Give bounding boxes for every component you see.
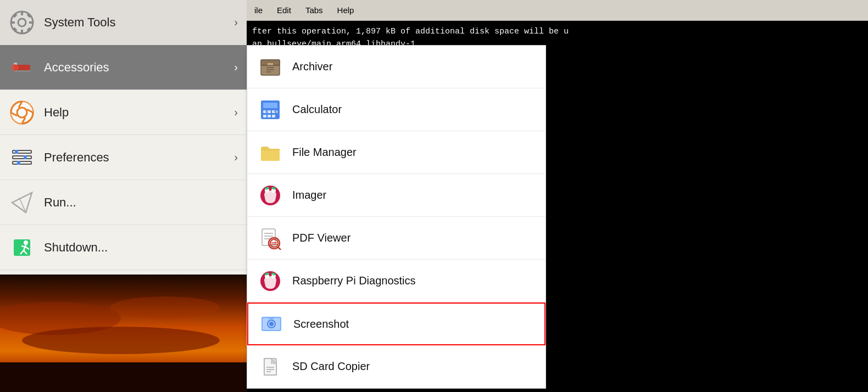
help-arrow: › [234, 106, 238, 119]
accessories-icon [9, 54, 35, 81]
accessories-label: Accessories [44, 60, 225, 75]
calculator-label: Calculator [292, 103, 342, 116]
screenshot-icon [259, 312, 283, 336]
svg-rect-9 [27, 13, 31, 18]
archiver-label: Archiver [292, 60, 332, 73]
imager-icon [258, 183, 282, 208]
menubar-tabs[interactable]: Tabs [303, 4, 325, 16]
svg-rect-60 [272, 115, 275, 117]
menubar-ile[interactable]: ile [252, 4, 265, 16]
svg-rect-8 [13, 27, 18, 31]
svg-rect-87 [269, 317, 274, 319]
file-manager-icon [258, 141, 282, 165]
svg-rect-48 [267, 63, 274, 65]
svg-line-75 [278, 247, 281, 250]
run-label: Run... [44, 195, 238, 210]
menubar-edit[interactable]: Edit [275, 4, 293, 16]
submenu-item-screenshot[interactable]: Screenshot [247, 303, 546, 345]
accessories-arrow: › [234, 61, 238, 74]
svg-rect-3 [21, 30, 23, 33]
svg-rect-28 [24, 155, 27, 159]
terminal-line-1: fter this operation, 1,897 kB of additio… [252, 25, 863, 38]
svg-rect-57 [276, 110, 277, 113]
svg-point-34 [24, 240, 28, 245]
svg-rect-6 [13, 13, 18, 18]
shutdown-icon [9, 234, 35, 261]
menu-item-run[interactable]: Run... [0, 180, 247, 225]
svg-rect-44 [0, 362, 247, 392]
help-label: Help [44, 105, 225, 120]
screenshot-label: Screenshot [293, 318, 349, 331]
menu-item-system-tools[interactable]: System Tools › [0, 0, 247, 45]
sd-card-copier-icon [258, 355, 282, 379]
submenu-item-rpi-diagnostics[interactable]: Raspberry Pi Diagnostics [247, 260, 546, 303]
preferences-label: Preferences [44, 150, 225, 165]
accessories-submenu: Archiver + - × Calculator [247, 45, 546, 389]
svg-text:×: × [274, 110, 275, 113]
svg-point-43 [22, 327, 220, 354]
svg-point-42 [110, 296, 220, 318]
svg-rect-25 [13, 156, 31, 159]
svg-point-1 [18, 19, 26, 26]
system-tools-arrow: › [234, 16, 238, 29]
svg-rect-2 [21, 12, 23, 15]
preferences-icon [9, 144, 35, 171]
svg-rect-7 [27, 27, 31, 31]
svg-rect-58 [263, 115, 266, 117]
menu-bar: ile Edit Tabs Help [247, 0, 868, 21]
svg-point-86 [269, 322, 274, 326]
help-icon [9, 99, 35, 126]
file-manager-label: File Manager [292, 146, 357, 159]
svg-rect-5 [29, 21, 33, 24]
submenu-item-pdf-viewer[interactable]: PDF Viewer [247, 217, 546, 260]
svg-rect-29 [17, 161, 20, 165]
submenu-item-file-manager[interactable]: File Manager [247, 131, 546, 174]
rpi-diagnostics-icon [258, 269, 282, 293]
sunset-image [0, 275, 247, 392]
sd-card-copier-label: SD Card Copier [292, 360, 370, 373]
shutdown-label: Shutdown... [44, 240, 238, 255]
menubar-help[interactable]: Help [335, 4, 357, 16]
svg-rect-53 [263, 103, 277, 108]
submenu-item-calculator[interactable]: + - × Calculator [247, 88, 546, 131]
system-tools-icon [9, 9, 35, 36]
left-menu-panel: System Tools › Accessories › [0, 0, 247, 275]
run-icon [9, 189, 35, 216]
pdf-viewer-label: PDF Viewer [292, 232, 350, 244]
svg-rect-27 [15, 150, 18, 154]
menu-item-help[interactable]: Help › [0, 90, 247, 135]
submenu-item-imager[interactable]: Imager [247, 174, 546, 217]
menu-item-preferences[interactable]: Preferences › [0, 135, 247, 180]
preferences-arrow: › [234, 151, 238, 164]
submenu-item-archiver[interactable]: Archiver [247, 46, 546, 88]
svg-text:+: + [265, 110, 266, 113]
archiver-icon [258, 55, 282, 79]
svg-rect-4 [11, 21, 15, 24]
rpi-diagnostics-label: Raspberry Pi Diagnostics [292, 275, 416, 287]
svg-rect-26 [13, 161, 31, 164]
system-tools-label: System Tools [44, 15, 225, 30]
imager-label: Imager [292, 189, 326, 201]
pdf-viewer-icon [258, 226, 282, 250]
menu-item-shutdown[interactable]: Shutdown... [0, 225, 247, 270]
calculator-icon: + - × [258, 98, 282, 122]
submenu-item-sd-card-copier[interactable]: SD Card Copier [247, 345, 546, 388]
menu-item-accessories[interactable]: Accessories › [0, 45, 247, 90]
svg-rect-59 [268, 115, 271, 117]
